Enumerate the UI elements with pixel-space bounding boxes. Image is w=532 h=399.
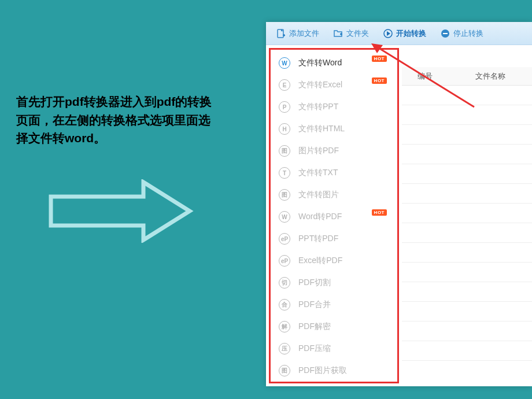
sidebar-item-14[interactable]: 图PDF图片获取: [271, 360, 397, 382]
table-row: [402, 282, 532, 302]
start-convert-button[interactable]: 开始转换: [376, 22, 433, 45]
column-filename-header: 文件名称: [448, 71, 532, 82]
format-icon: 图: [279, 365, 290, 376]
sidebar-item-4[interactable]: 图图片转PDF: [271, 140, 397, 162]
sidebar-item-1[interactable]: E文件转ExcelHOT: [271, 74, 397, 96]
sidebar-item-8[interactable]: ePPPT转PDF: [271, 228, 397, 250]
pdf-converter-window: 添加文件 文件夹 开始转换: [266, 22, 532, 386]
table-header: 编号 文件名称: [402, 67, 532, 86]
table-row: [402, 125, 532, 145]
sidebar-item-label: PDF合并: [298, 300, 331, 310]
stop-convert-button[interactable]: 停止转换: [433, 22, 490, 45]
hot-badge: HOT: [372, 77, 387, 84]
sidebar-item-label: 图片转PDF: [298, 146, 339, 156]
svg-rect-9: [443, 33, 448, 34]
sidebar-item-6[interactable]: 图文件转图片: [271, 184, 397, 206]
sidebar-item-label: PDF解密: [298, 322, 331, 332]
conversion-format-sidebar: W文件转WordHOTE文件转ExcelHOTP文件转PPTH文件转HTML图图…: [269, 48, 399, 383]
format-icon: 切: [279, 277, 290, 289]
main-toolbar: 添加文件 文件夹 开始转换: [266, 22, 532, 45]
format-icon: H: [279, 123, 290, 135]
table-row: [402, 341, 532, 361]
content-area: W文件转WordHOTE文件转ExcelHOTP文件转PPTH文件转HTML图图…: [266, 45, 532, 386]
format-icon: P: [279, 101, 290, 113]
format-icon: 图: [279, 189, 290, 201]
sidebar-item-10[interactable]: 切PDF切割: [271, 272, 397, 294]
instruction-text: 首先打开pdf转换器进入到pdf的转换页面，在左侧的转换格式选项里面选择文件转w…: [16, 93, 219, 147]
add-file-label: 添加文件: [289, 28, 319, 39]
sidebar-item-2[interactable]: P文件转PPT: [271, 96, 397, 118]
format-icon: E: [279, 79, 290, 91]
format-icon: eP: [279, 233, 290, 245]
table-row: [402, 243, 532, 263]
sidebar-item-11[interactable]: 合PDF合并: [271, 294, 397, 316]
sidebar-item-label: 文件转Word: [298, 58, 342, 68]
sidebar-item-9[interactable]: ePExcel转PDF: [271, 250, 397, 272]
sidebar-item-label: 文件转PPT: [298, 102, 338, 112]
play-icon: [383, 28, 393, 39]
table-row: [402, 302, 532, 322]
table-row: [402, 322, 532, 341]
sidebar-item-label: Excel转PDF: [298, 256, 342, 266]
sidebar-item-label: 文件转TXT: [298, 168, 338, 178]
format-icon: W: [279, 211, 290, 223]
table-row: [402, 105, 532, 125]
sidebar-item-label: Word转PDF: [298, 212, 342, 222]
folder-button[interactable]: 文件夹: [326, 22, 376, 45]
sidebar-item-0[interactable]: W文件转WordHOT: [271, 52, 397, 74]
table-row: [402, 86, 532, 105]
format-icon: 合: [279, 299, 290, 311]
sidebar-item-label: PDF压缩: [298, 343, 331, 354]
table-row: [402, 223, 532, 243]
hot-badge: HOT: [372, 209, 387, 216]
column-number-header: 编号: [402, 71, 448, 82]
file-list-panel: 编号 文件名称: [402, 45, 532, 386]
add-file-button[interactable]: 添加文件: [269, 22, 326, 45]
table-row: [402, 184, 532, 204]
format-icon: 解: [279, 321, 290, 332]
sidebar-item-label: 文件转图片: [298, 190, 339, 200]
stop-label: 停止转换: [453, 28, 483, 39]
table-body: [402, 86, 532, 386]
start-label: 开始转换: [396, 28, 426, 39]
sidebar-item-13[interactable]: 压PDF压缩: [271, 338, 397, 360]
format-icon: T: [279, 167, 290, 179]
format-icon: 压: [279, 343, 290, 354]
table-row: [402, 204, 532, 223]
stop-icon: [440, 28, 450, 39]
sidebar-item-12[interactable]: 解PDF解密: [271, 316, 397, 338]
table-row: [402, 164, 532, 184]
table-row: [402, 145, 532, 164]
sidebar-item-label: 文件转Excel: [298, 80, 342, 90]
sidebar-item-label: PDF图片获取: [298, 365, 347, 376]
sidebar-item-label: PPT转PDF: [298, 234, 338, 244]
sidebar-item-7[interactable]: WWord转PDFHOT: [271, 206, 397, 228]
hot-badge: HOT: [372, 56, 387, 62]
svg-marker-7: [387, 31, 390, 36]
sidebar-item-5[interactable]: T文件转TXT: [271, 162, 397, 184]
format-icon: 图: [279, 145, 290, 157]
format-icon: eP: [279, 255, 290, 267]
table-row: [402, 263, 532, 282]
sidebar-item-label: 文件转HTML: [298, 124, 345, 134]
folder-label: 文件夹: [346, 28, 369, 39]
add-file-icon: [276, 28, 286, 39]
svg-marker-0: [51, 182, 190, 240]
sidebar-item-label: PDF切割: [298, 278, 331, 288]
folder-icon: [333, 28, 343, 39]
format-icon: W: [279, 57, 290, 69]
block-arrow-graphic: [45, 179, 195, 245]
sidebar-item-3[interactable]: H文件转HTML: [271, 118, 397, 140]
